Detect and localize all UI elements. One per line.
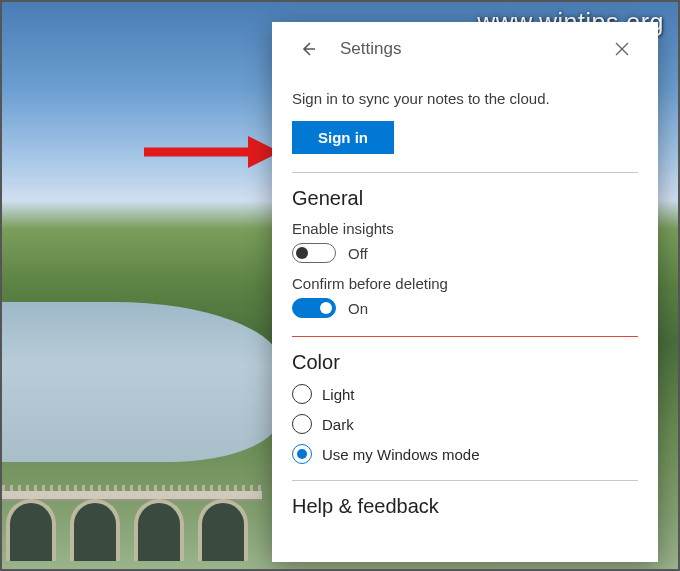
confirm-delete-toggle[interactable] xyxy=(292,298,336,318)
settings-panel: Settings Sign in to sync your notes to t… xyxy=(272,22,658,562)
section-heading-general: General xyxy=(292,187,638,210)
setting-label: Confirm before deleting xyxy=(292,275,638,292)
radio-label: Dark xyxy=(322,416,354,433)
radio-label: Use my Windows mode xyxy=(322,446,480,463)
annotation-arrow-icon xyxy=(140,132,280,172)
sign-in-button[interactable]: Sign in xyxy=(292,121,394,154)
radio-icon xyxy=(292,414,312,434)
divider xyxy=(292,336,638,337)
panel-header: Settings xyxy=(292,22,638,76)
setting-enable-insights: Enable insights Off xyxy=(292,220,638,263)
arrow-left-icon xyxy=(299,40,317,58)
insights-toggle[interactable] xyxy=(292,243,336,263)
setting-confirm-delete: Confirm before deleting On xyxy=(292,275,638,318)
decorative-bridge xyxy=(2,491,262,561)
color-option-light[interactable]: Light xyxy=(292,384,638,404)
back-button[interactable] xyxy=(292,33,324,65)
toggle-state-label: Off xyxy=(348,245,368,262)
color-option-dark[interactable]: Dark xyxy=(292,414,638,434)
panel-title: Settings xyxy=(340,39,401,59)
divider xyxy=(292,172,638,173)
radio-icon xyxy=(292,444,312,464)
close-icon xyxy=(615,42,629,56)
radio-label: Light xyxy=(322,386,355,403)
section-heading-color: Color xyxy=(292,351,638,374)
sync-prompt-text: Sign in to sync your notes to the cloud. xyxy=(292,90,638,107)
color-radio-group: Light Dark Use my Windows mode xyxy=(292,384,638,464)
setting-label: Enable insights xyxy=(292,220,638,237)
section-heading-help: Help & feedback xyxy=(292,495,638,518)
color-option-windows-mode[interactable]: Use my Windows mode xyxy=(292,444,638,464)
close-button[interactable] xyxy=(606,33,638,65)
decorative-lake xyxy=(2,302,282,462)
toggle-state-label: On xyxy=(348,300,368,317)
divider xyxy=(292,480,638,481)
radio-icon xyxy=(292,384,312,404)
desktop-background: www.wintips.org Settings Sign in to sync… xyxy=(0,0,680,571)
